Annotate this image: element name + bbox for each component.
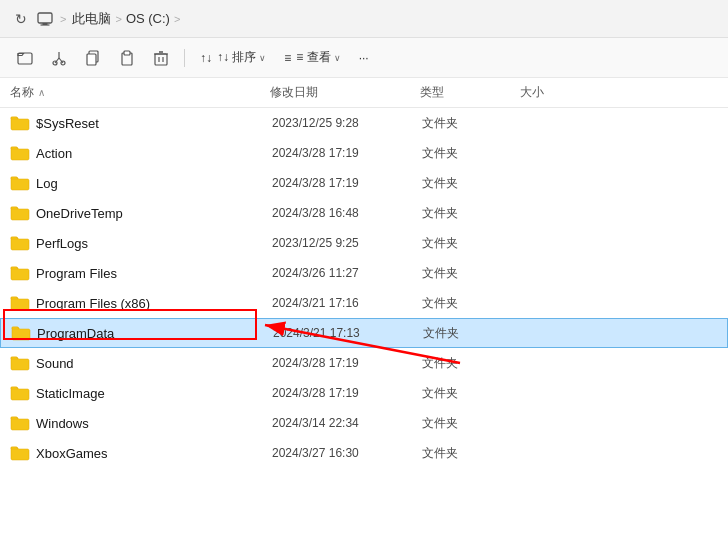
breadcrumb-sep-1: > bbox=[60, 13, 66, 25]
file-date: 2024/3/28 17:19 bbox=[272, 356, 422, 370]
folder-icon bbox=[10, 354, 30, 372]
file-name: XboxGames bbox=[36, 446, 272, 461]
file-type: 文件夹 bbox=[422, 295, 522, 312]
toolbar-view-btn[interactable]: ≡ ≡ 查看 ∨ bbox=[277, 46, 347, 69]
folder-icon bbox=[10, 234, 30, 252]
file-name: ProgramData bbox=[37, 326, 273, 341]
file-list: $SysReset2023/12/25 9:28文件夹 Action2024/3… bbox=[0, 108, 728, 560]
svg-rect-10 bbox=[87, 54, 96, 65]
file-name: Program Files (x86) bbox=[36, 296, 272, 311]
file-row[interactable]: $SysReset2023/12/25 9:28文件夹 bbox=[0, 108, 728, 138]
col-header-size[interactable]: 大小 bbox=[520, 84, 718, 101]
title-bar: ↻ > 此电脑 > OS (C:) > bbox=[0, 0, 728, 38]
breadcrumb-osc[interactable]: OS (C:) bbox=[126, 11, 170, 26]
file-row[interactable]: Action2024/3/28 17:19文件夹 bbox=[0, 138, 728, 168]
svg-rect-12 bbox=[124, 51, 130, 55]
file-name: $SysReset bbox=[36, 116, 272, 131]
toolbar-cut-btn[interactable] bbox=[44, 44, 74, 72]
sort-icon: ↑↓ bbox=[200, 51, 212, 65]
file-row[interactable]: PerfLogs2023/12/25 9:25文件夹 bbox=[0, 228, 728, 258]
file-row[interactable]: Program Files (x86)2024/3/21 17:16文件夹 bbox=[0, 288, 728, 318]
file-name: Program Files bbox=[36, 266, 272, 281]
toolbar-sep bbox=[184, 49, 185, 67]
file-name: Windows bbox=[36, 416, 272, 431]
svg-rect-13 bbox=[155, 54, 167, 65]
file-type: 文件夹 bbox=[422, 445, 522, 462]
file-row[interactable]: Program Files2024/3/26 11:27文件夹 bbox=[0, 258, 728, 288]
file-date: 2023/12/25 9:25 bbox=[272, 236, 422, 250]
file-date: 2024/3/28 17:19 bbox=[272, 386, 422, 400]
file-date: 2024/3/27 16:30 bbox=[272, 446, 422, 460]
breadcrumb: 此电脑 > OS (C:) > bbox=[72, 10, 180, 28]
col-header-type[interactable]: 类型 bbox=[420, 84, 520, 101]
file-name: StaticImage bbox=[36, 386, 272, 401]
file-date: 2024/3/21 17:13 bbox=[273, 326, 423, 340]
folder-icon bbox=[10, 174, 30, 192]
folder-icon bbox=[10, 384, 30, 402]
col-header-date[interactable]: 修改日期 bbox=[270, 84, 420, 101]
breadcrumb-sep-3: > bbox=[174, 13, 180, 25]
back-icon[interactable]: ↻ bbox=[12, 10, 30, 28]
folder-icon bbox=[10, 144, 30, 162]
file-type: 文件夹 bbox=[422, 415, 522, 432]
file-date: 2023/12/25 9:28 bbox=[272, 116, 422, 130]
svg-rect-0 bbox=[38, 13, 52, 23]
breadcrumb-thispc[interactable]: 此电脑 bbox=[72, 10, 111, 28]
file-list-wrapper: $SysReset2023/12/25 9:28文件夹 Action2024/3… bbox=[0, 108, 728, 560]
toolbar-sort-btn[interactable]: ↑↓ ↑↓ 排序 ∨ bbox=[193, 46, 273, 69]
col-header-name[interactable]: 名称 ∧ bbox=[10, 84, 270, 101]
file-date: 2024/3/14 22:34 bbox=[272, 416, 422, 430]
folder-icon bbox=[11, 324, 31, 342]
sort-arrow-icon: ∧ bbox=[38, 87, 45, 98]
toolbar-copy-btn[interactable] bbox=[78, 44, 108, 72]
file-date: 2024/3/28 16:48 bbox=[272, 206, 422, 220]
file-type: 文件夹 bbox=[422, 115, 522, 132]
toolbar-more-btn[interactable]: ··· bbox=[352, 48, 376, 68]
sort-chevron: ∨ bbox=[259, 53, 266, 63]
toolbar-delete-btn[interactable] bbox=[146, 44, 176, 72]
file-name: Action bbox=[36, 146, 272, 161]
folder-icon bbox=[10, 294, 30, 312]
file-date: 2024/3/26 11:27 bbox=[272, 266, 422, 280]
breadcrumb-sep-2: > bbox=[115, 13, 121, 25]
toolbar-new-folder-btn[interactable] bbox=[10, 44, 40, 72]
folder-icon bbox=[10, 414, 30, 432]
file-name: PerfLogs bbox=[36, 236, 272, 251]
file-row[interactable]: StaticImage2024/3/28 17:19文件夹 bbox=[0, 378, 728, 408]
folder-icon bbox=[10, 114, 30, 132]
file-type: 文件夹 bbox=[422, 265, 522, 282]
file-name: Sound bbox=[36, 356, 272, 371]
monitor-icon bbox=[36, 10, 54, 28]
file-row[interactable]: Windows2024/3/14 22:34文件夹 bbox=[0, 408, 728, 438]
file-date: 2024/3/28 17:19 bbox=[272, 176, 422, 190]
file-row[interactable]: Sound2024/3/28 17:19文件夹 bbox=[0, 348, 728, 378]
toolbar-paste-btn[interactable] bbox=[112, 44, 142, 72]
file-name: Log bbox=[36, 176, 272, 191]
folder-icon bbox=[10, 204, 30, 222]
svg-rect-3 bbox=[18, 53, 32, 64]
view-chevron: ∨ bbox=[334, 53, 341, 63]
file-row[interactable]: ProgramData2024/3/21 17:13文件夹 bbox=[0, 318, 728, 348]
file-type: 文件夹 bbox=[422, 355, 522, 372]
toolbar: ↑↓ ↑↓ 排序 ∨ ≡ ≡ 查看 ∨ ··· bbox=[0, 38, 728, 78]
file-type: 文件夹 bbox=[422, 175, 522, 192]
file-row[interactable]: XboxGames2024/3/27 16:30文件夹 bbox=[0, 438, 728, 468]
file-type: 文件夹 bbox=[422, 205, 522, 222]
file-type: 文件夹 bbox=[423, 325, 523, 342]
folder-icon bbox=[10, 264, 30, 282]
file-row[interactable]: Log2024/3/28 17:19文件夹 bbox=[0, 168, 728, 198]
view-label: ≡ 查看 bbox=[296, 49, 330, 66]
file-name: OneDriveTemp bbox=[36, 206, 272, 221]
file-type: 文件夹 bbox=[422, 385, 522, 402]
file-row[interactable]: OneDriveTemp2024/3/28 16:48文件夹 bbox=[0, 198, 728, 228]
view-icon: ≡ bbox=[284, 51, 291, 65]
column-headers: 名称 ∧ 修改日期 类型 大小 bbox=[0, 78, 728, 108]
file-type: 文件夹 bbox=[422, 235, 522, 252]
file-type: 文件夹 bbox=[422, 145, 522, 162]
file-date: 2024/3/21 17:16 bbox=[272, 296, 422, 310]
more-icon: ··· bbox=[359, 51, 369, 65]
folder-icon bbox=[10, 444, 30, 462]
file-date: 2024/3/28 17:19 bbox=[272, 146, 422, 160]
sort-label: ↑↓ 排序 bbox=[217, 49, 256, 66]
